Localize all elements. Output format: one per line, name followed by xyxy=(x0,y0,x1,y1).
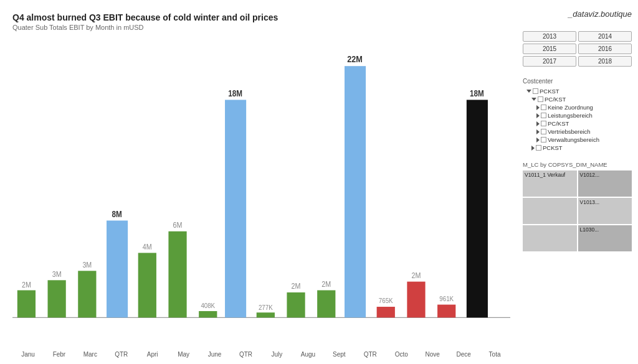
svg-text:3M: 3M xyxy=(52,269,62,278)
svg-rect-17 xyxy=(257,312,275,317)
x-label-nove: Nove xyxy=(417,351,448,358)
mlc-v1011[interactable]: V1011_1 Verkauf xyxy=(523,170,577,197)
svg-rect-19 xyxy=(287,292,305,317)
mlc-section: M_LC by COPSYS_DIM_NAME V1011_1 Verkauf … xyxy=(523,161,632,358)
tree-label-pckst: PC/KST xyxy=(545,96,566,103)
legend-2014[interactable]: 2014 xyxy=(578,31,632,42)
svg-rect-25 xyxy=(377,307,395,317)
checkbox-vertrieb[interactable] xyxy=(541,129,546,134)
arrow-pckst2 xyxy=(536,121,540,126)
expand-icon xyxy=(526,90,531,93)
svg-text:8M: 8M xyxy=(112,209,121,219)
tree-label-pckst3: PCKST xyxy=(543,144,563,151)
costcenter-title: Costcenter xyxy=(523,78,632,85)
svg-text:2M: 2M xyxy=(321,279,331,288)
svg-rect-29 xyxy=(437,305,455,318)
legend-2018[interactable]: 2018 xyxy=(578,56,632,67)
tree-vertrieb[interactable]: Vertriebsbereich xyxy=(523,128,632,136)
tree-leistung[interactable]: Leistungsbereich xyxy=(523,111,632,119)
x-label-july: July xyxy=(262,351,293,358)
svg-text:22M: 22M xyxy=(347,54,363,64)
sidebar: _dataviz.boutique 2013 2014 2015 2016 20… xyxy=(517,0,638,364)
svg-text:765K: 765K xyxy=(379,296,393,304)
svg-rect-11 xyxy=(168,231,186,318)
checkbox-pckst2[interactable] xyxy=(541,121,546,126)
legend-2013[interactable]: 2013 xyxy=(523,31,576,42)
arrow-keine xyxy=(536,105,540,110)
x-label-june: June xyxy=(199,351,231,358)
tree-label-verwaltung: Verwaltungsbereich xyxy=(548,136,599,143)
svg-rect-13 xyxy=(199,311,217,317)
svg-text:18M: 18M xyxy=(470,88,484,98)
checkbox-leistung[interactable] xyxy=(541,113,546,118)
mlc-empty1 xyxy=(523,198,577,224)
svg-text:961K: 961K xyxy=(439,294,454,302)
svg-text:2M: 2M xyxy=(292,281,301,290)
svg-rect-1 xyxy=(17,290,36,317)
svg-text:4M: 4M xyxy=(143,242,152,251)
mlc-l1030[interactable]: L1030... xyxy=(578,225,632,251)
mlc-title: M_LC by COPSYS_DIM_NAME xyxy=(523,161,632,168)
svg-rect-5 xyxy=(78,271,96,317)
x-label-marc: Marc xyxy=(75,351,106,358)
svg-text:2M: 2M xyxy=(22,280,31,289)
arrow-leistung xyxy=(536,113,540,118)
x-axis-labels: Janu Febr Marc QTR Apri May June QTR Jul… xyxy=(12,351,510,358)
tree-pckst2[interactable]: PC/KST xyxy=(523,119,632,128)
mlc-v1013[interactable]: V1013... xyxy=(578,198,632,224)
svg-rect-15 xyxy=(225,100,246,317)
svg-rect-21 xyxy=(317,290,335,317)
tree-verwaltung[interactable]: Verwaltungsbereich xyxy=(523,136,632,144)
tree-keine[interactable]: Keine Zuordnung xyxy=(523,103,632,111)
legend-2015[interactable]: 2015 xyxy=(523,44,576,54)
x-label-qtr1: QTR xyxy=(106,351,137,358)
checkbox-keine[interactable] xyxy=(541,105,546,110)
svg-text:277K: 277K xyxy=(259,303,273,311)
chart-title: Q4 almost burned Q3 EBIT because of cold… xyxy=(12,12,510,22)
legend-2017[interactable]: 2017 xyxy=(523,56,576,67)
legend-years: 2013 2014 2015 2016 2017 2018 xyxy=(523,31,632,67)
checkbox-verwaltung[interactable] xyxy=(541,137,546,142)
svg-text:6M: 6M xyxy=(173,220,183,229)
svg-rect-3 xyxy=(48,280,66,317)
expand-icon-pckst xyxy=(531,98,536,101)
svg-rect-27 xyxy=(407,282,425,318)
arrow-vertrieb xyxy=(536,129,540,134)
svg-rect-9 xyxy=(138,253,156,317)
x-label-augu: Augu xyxy=(292,351,323,358)
x-label-tota: Tota xyxy=(479,351,510,358)
svg-text:18M: 18M xyxy=(228,88,242,98)
brand-text: _dataviz.boutique xyxy=(523,9,632,19)
costcenter-section: Costcenter PCKST PC/KST Keine Zuordnung xyxy=(523,78,632,152)
chart-wrapper: 2M 3M 3M 8M 4M 6M xyxy=(12,37,510,339)
chart-area: 2M 3M 3M 8M 4M 6M xyxy=(12,37,510,358)
x-label-may: May xyxy=(168,351,199,358)
main-area: Q4 almost burned Q3 EBIT because of cold… xyxy=(0,0,517,364)
x-label-qtr3: QTR xyxy=(355,351,386,358)
checkbox-pckst[interactable] xyxy=(538,96,543,102)
x-label-febr: Febr xyxy=(44,351,75,358)
svg-rect-31 xyxy=(467,100,488,317)
arrow-verwaltung xyxy=(536,138,540,142)
tree-pckst3[interactable]: PCKST xyxy=(523,144,632,152)
legend-2016[interactable]: 2016 xyxy=(578,44,632,54)
tree-label-keine: Keine Zuordnung xyxy=(548,104,593,111)
tree-label-pckst2: PC/KST xyxy=(548,120,569,127)
svg-rect-23 xyxy=(345,66,366,317)
checkbox-pckst3[interactable] xyxy=(536,145,541,151)
mlc-empty2 xyxy=(523,225,577,251)
svg-rect-7 xyxy=(107,220,128,317)
tree-label-pckst-root: PCKST xyxy=(540,88,559,95)
checkbox-pckst-root[interactable] xyxy=(533,88,538,94)
chart-svg: 2M 3M 3M 8M 4M 6M xyxy=(12,37,510,339)
x-label-dece: Dece xyxy=(448,351,479,358)
svg-text:3M: 3M xyxy=(82,260,92,269)
x-label-qtr2: QTR xyxy=(231,351,262,358)
x-label-janu: Janu xyxy=(12,351,44,358)
x-label-apri: Apri xyxy=(137,351,168,358)
tree-pckst-root[interactable]: PCKST xyxy=(523,87,632,95)
tree-pckst-child[interactable]: PC/KST xyxy=(523,95,632,103)
svg-text:408K: 408K xyxy=(201,302,215,310)
mlc-v1012[interactable]: V1012... xyxy=(578,170,632,197)
x-label-octo: Octo xyxy=(386,351,417,358)
